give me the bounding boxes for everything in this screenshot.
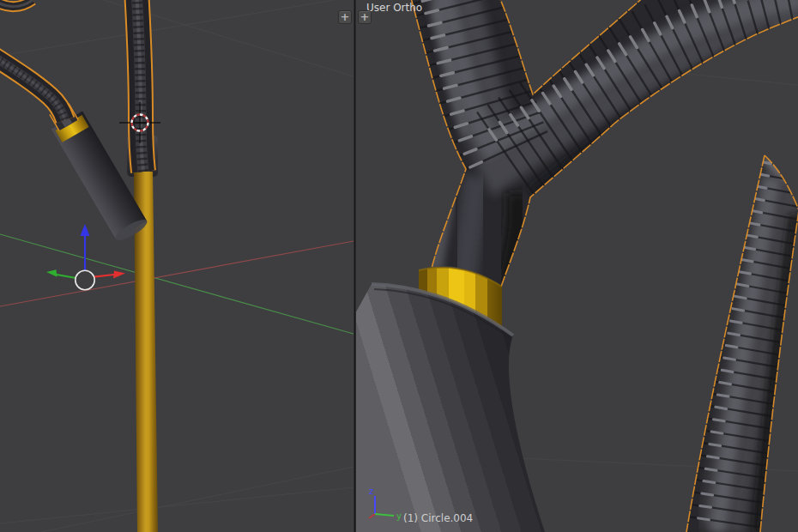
viewport-left-background[interactable] xyxy=(0,0,354,532)
viewport-left[interactable] xyxy=(0,0,354,532)
blender-3d-view-split: z y User Ortho (1) Circle.004 + + xyxy=(0,0,798,532)
expand-toolshelf-panel-button[interactable]: + xyxy=(358,10,372,24)
gizmo-z-label: z xyxy=(369,487,373,496)
viewport-right[interactable]: z y xyxy=(356,0,798,532)
gizmo-y-label: y xyxy=(396,511,402,521)
cable-to-pole[interactable] xyxy=(136,0,143,172)
expand-properties-panel-button[interactable]: + xyxy=(338,10,352,24)
cable-corner-arc[interactable] xyxy=(0,0,33,7)
